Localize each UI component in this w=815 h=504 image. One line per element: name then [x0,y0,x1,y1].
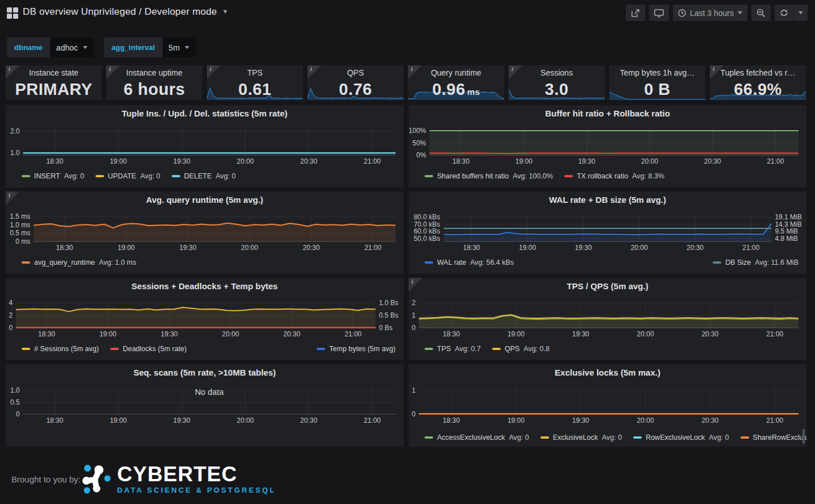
panel-info-icon[interactable]: i [409,278,422,291]
svg-text:19:30: 19:30 [578,157,595,165]
panel-info-icon[interactable]: i [6,65,19,79]
svg-text:21:00: 21:00 [766,330,783,338]
legend-item[interactable]: UPDATEAvg: 0 [95,172,160,180]
share-button[interactable] [626,5,645,21]
cycle-view-button[interactable] [649,5,669,21]
panel-title[interactable]: Seq. scans (5m rate, >10MB tables) [6,364,404,381]
legend-item[interactable]: AccessExclusiveLockAvg: 0 [425,434,529,441]
legend-item[interactable]: avg_query_runtimeAvg: 1.0 ms [22,259,136,266]
panel-info-icon[interactable]: i [207,65,221,79]
legend-item[interactable]: DELETEAvg: 0 [172,172,236,180]
legend-avg: Avg: 0 [709,434,729,441]
legend-item[interactable]: Deadlocks (5m rate) [110,345,187,353]
panel-legend: avg_query_runtimeAvg: 1.0 ms [6,257,404,268]
svg-text:18:30: 18:30 [38,330,55,338]
stat-panel-sessions: iSessions3.0 [509,65,605,100]
panel-title[interactable]: Avg. query runtime (5m avg.) [6,191,404,209]
panel-info-icon[interactable]: i [106,65,120,79]
panel-title[interactable]: Tuple Ins. / Upd. / Del. statistics (5m … [6,105,404,122]
panel-title[interactable]: Buffer hit ratio + Rollback ratio [409,105,806,122]
stat-value: 6 hours [106,80,202,99]
legend-item[interactable]: INSERTAvg: 0 [22,172,84,180]
stat-title[interactable]: Tuples fetched vs r… [710,68,806,77]
variable-agg-interval-label: agg_interval [104,38,163,57]
legend-label: ExclusiveLock [553,434,598,441]
template-variables: dbname adhoc agg_interval 5m [7,38,196,57]
legend-label: DB Size [725,259,751,266]
svg-text:20:30: 20:30 [701,416,718,424]
refresh-button[interactable] [775,5,793,21]
legend-swatch [492,348,501,350]
agg-interval-caret-icon [185,46,189,49]
stat-title[interactable]: QPS [307,68,404,77]
legend-item[interactable]: Temp bytes (5m avg) [317,345,396,353]
svg-text:19:00: 19:00 [99,330,117,338]
legend-item[interactable]: WAL rateAvg: 56.4 kBs [425,259,514,266]
variable-agg-interval[interactable]: agg_interval 5m [104,38,196,57]
stat-value: 0.76 [307,80,404,99]
svg-text:20:00: 20:00 [237,157,254,165]
svg-text:18:30: 18:30 [443,330,460,338]
stat-title[interactable]: Temp bytes 1h avg… [609,68,705,77]
legend-scrollbar[interactable] [802,429,805,444]
legend-item[interactable]: RowExclusiveLockAvg: 0 [633,434,729,441]
panel-info-icon[interactable]: i [509,65,522,79]
dbname-caret-icon [83,46,88,49]
svg-text:0: 0 [9,324,13,332]
legend-item[interactable]: Shared buffers hit ratioAvg: 100.0% [425,172,553,180]
variable-dbname[interactable]: dbname adhoc [7,38,94,57]
panel-info-icon[interactable]: i [6,191,19,205]
time-range-picker[interactable]: Last 3 hours [673,5,747,21]
legend-avg: Avg: 1.0 ms [99,259,136,266]
legend-item[interactable]: ShareRowExclusiveLockAvg: 0 [741,434,806,441]
stat-title[interactable]: Instance uptime [106,68,202,77]
stat-title[interactable]: Sessions [509,68,605,77]
svg-text:19:00: 19:00 [515,157,533,165]
legend-label: ShareUpdateExclusiveLock [437,446,524,447]
variable-dbname-value[interactable]: adhoc [50,38,94,57]
refresh-caret-icon [799,11,803,14]
stat-title[interactable]: TPS [207,68,303,77]
panel-info-icon[interactable]: i [408,65,422,79]
stat-panel-qps: iQPS0.76 [307,65,404,100]
dashboard-grid-icon[interactable] [7,7,18,19]
refresh-interval-dropdown[interactable] [794,5,808,21]
variable-agg-interval-value[interactable]: 5m [163,38,196,57]
panel-seq-scans: Seq. scans (5m rate, >10MB tables)00.51.… [6,364,404,447]
svg-text:19:00: 19:00 [110,416,127,424]
legend-right: DB SizeAvg: 11.6 MiB [713,259,806,266]
stat-title[interactable]: Instance state [6,68,102,77]
dashboard-title[interactable]: DB overview Unprivileged / Developer mod… [23,6,228,18]
svg-text:19:30: 19:30 [173,416,190,424]
panel-info-icon[interactable]: i [307,65,321,79]
stat-title[interactable]: Query runtime [408,68,504,77]
legend-item[interactable]: TX rollback ratioAvg: 8.3% [564,172,664,180]
zoom-out-button[interactable] [751,5,771,21]
panel-title[interactable]: Sessions + Deadlocks + Temp bytes [6,278,404,295]
panel-title[interactable]: Exclusive locks (5m max.) [409,364,806,381]
clock-icon [678,9,686,17]
time-range-label: Last 3 hours [690,9,734,18]
svg-text:0.5: 0.5 [10,398,20,406]
legend-label: RowExclusiveLock [646,434,705,441]
legend-item[interactable]: TPSAvg: 0.7 [425,345,481,353]
legend-swatch [425,436,433,439]
svg-text:19:00: 19:00 [508,416,525,424]
variable-dbname-label: dbname [7,38,50,57]
cybertec-logo: CYBERTEC DATA SCIENCE & POSTGRESQL [80,463,276,495]
panel-title[interactable]: TPS / QPS (5m avg.) [409,278,806,295]
legend-item[interactable]: ShareUpdateExclusiveLockAvg: 0 [425,446,548,447]
panel-title[interactable]: WAL rate + DB size (5m avg.) [409,191,806,209]
legend-item[interactable]: # Sessions (5m avg) [22,345,99,353]
legend-label: WAL rate [437,259,466,266]
legend-item[interactable]: DB SizeAvg: 11.6 MiB [713,259,799,266]
svg-text:21:00: 21:00 [742,244,759,252]
legend-label: AccessExclusiveLock [437,434,505,441]
svg-text:0.5 ms: 0.5 ms [10,229,30,237]
chart-avg-query-runtime: 0 ms0.5 ms1.0 ms1.5 ms18:3019:0019:3020:… [6,209,404,254]
legend-item[interactable]: QPSAvg: 0.8 [492,345,550,353]
panel-info-icon[interactable]: i [710,65,723,79]
svg-text:19:30: 19:30 [180,244,197,252]
legend-item[interactable]: ExclusiveLockAvg: 0 [540,434,622,441]
cybertec-molecule-icon [80,463,111,495]
